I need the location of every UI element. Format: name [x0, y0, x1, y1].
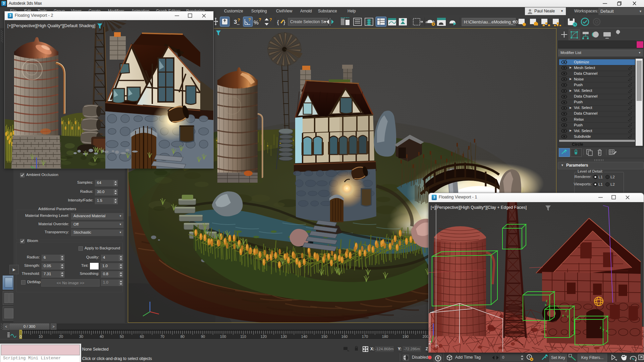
- svg-text:?: ?: [269, 17, 272, 22]
- svg-text:x: x: [545, 303, 547, 307]
- svg-text:{: {: [277, 19, 279, 25]
- svg-text:%: %: [254, 19, 259, 26]
- svg-text:z: z: [600, 325, 602, 329]
- svg-text:70: 70: [160, 335, 164, 339]
- svg-text:160: 160: [341, 335, 347, 339]
- svg-text:Create Selection Se: Create Selection Se: [290, 19, 326, 24]
- svg-text:130: 130: [281, 335, 287, 339]
- svg-text:140: 140: [301, 335, 307, 339]
- svg-text:150: 150: [321, 335, 327, 339]
- svg-text:?: ?: [259, 17, 261, 22]
- svg-text:x: x: [562, 313, 564, 317]
- svg-text:x: x: [606, 329, 608, 333]
- svg-text:?: ?: [248, 17, 251, 22]
- svg-text:z: z: [565, 309, 567, 313]
- svg-text:110: 110: [240, 335, 246, 339]
- svg-text:100: 100: [220, 335, 226, 339]
- svg-text:?: ?: [237, 17, 240, 22]
- svg-text:y: y: [567, 314, 569, 318]
- svg-text:Z: Z: [429, 341, 431, 345]
- svg-text:L2: L2: [610, 182, 615, 186]
- svg-text:30: 30: [79, 335, 83, 339]
- svg-text:[+][Perspective][High Quality*: [+][Perspective][High Quality*][Default …: [7, 23, 95, 28]
- svg-text:80: 80: [180, 335, 184, 339]
- svg-text:y: y: [602, 327, 604, 331]
- svg-text:3: 3: [234, 19, 237, 25]
- svg-text:L2: L2: [610, 175, 615, 179]
- svg-text:L1: L1: [598, 175, 603, 179]
- svg-text:20: 20: [59, 335, 63, 339]
- svg-text:60: 60: [140, 335, 144, 339]
- svg-text:190: 190: [402, 335, 409, 339]
- svg-text:120: 120: [261, 335, 267, 339]
- svg-text:90: 90: [201, 335, 205, 339]
- svg-text:50: 50: [120, 335, 124, 339]
- svg-text:[+][Perspective][High Quality*: [+][Perspective][High Quality*][Clay + E…: [431, 205, 527, 210]
- svg-text:40: 40: [100, 335, 104, 339]
- svg-text:y: y: [548, 303, 550, 307]
- svg-text:z: z: [546, 299, 548, 303]
- svg-text:L1: L1: [598, 182, 603, 186]
- svg-text:10: 10: [39, 335, 43, 339]
- svg-text:170: 170: [362, 335, 368, 339]
- svg-text:H:\Clients\au...eModeling_001: H:\Clients\au...eModeling_001: [464, 20, 520, 24]
- svg-text:200: 200: [423, 335, 428, 339]
- svg-text:180: 180: [382, 335, 388, 339]
- svg-text:0: 0: [19, 335, 21, 339]
